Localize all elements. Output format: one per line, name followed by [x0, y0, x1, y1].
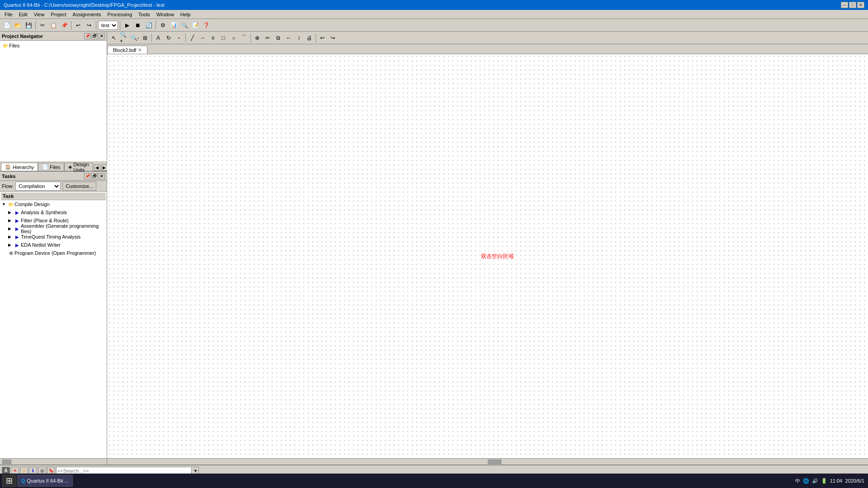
- bsep1: [151, 33, 152, 42]
- flow-select[interactable]: Compilation: [15, 182, 61, 191]
- paste-btn[interactable]: 📌: [59, 20, 69, 30]
- bdf-arrow-btn[interactable]: →: [198, 33, 208, 43]
- copy-btn[interactable]: 📋: [48, 20, 58, 30]
- close-button[interactable]: ✕: [857, 2, 864, 8]
- project-navigator-content: 📁 Files: [0, 41, 107, 161]
- bdf-zoom-in-btn[interactable]: 🔍+: [119, 33, 129, 43]
- bdf-node-btn[interactable]: ▫: [174, 33, 184, 43]
- tab-close-btn[interactable]: ✕: [138, 47, 142, 52]
- menu-assignments[interactable]: Assignments: [70, 11, 104, 18]
- compile-btn[interactable]: ▶: [122, 20, 132, 30]
- sys-icon-volume: 🔊: [812, 478, 818, 484]
- flow-label: Flow:: [2, 183, 14, 189]
- task-program-device[interactable]: ⚙ Program Device (Open Programmer): [1, 249, 106, 257]
- flow-bar: Flow: Compilation Customize...: [0, 181, 107, 192]
- h-scrollbar[interactable]: [107, 458, 868, 465]
- open-btn[interactable]: 📂: [13, 20, 23, 30]
- redo-btn[interactable]: ↪: [84, 20, 94, 30]
- tool4-btn[interactable]: 📝: [190, 20, 200, 30]
- task-assembler[interactable]: ▶ ▶ Assembler (Generate programming file…: [1, 225, 106, 233]
- tab-block2-bdf[interactable]: Block2.bdf ✕: [107, 46, 147, 54]
- files-item[interactable]: 📁 Files: [1, 42, 106, 50]
- menu-processing[interactable]: Processing: [105, 11, 135, 18]
- h-scroll-thumb[interactable]: [488, 460, 501, 464]
- rtl-btn[interactable]: 🔄: [144, 20, 154, 30]
- bdf-rotate-btn[interactable]: ↻: [164, 33, 174, 43]
- bdf-bus-btn[interactable]: ≡: [208, 33, 218, 43]
- bdf-line-btn[interactable]: ╱: [187, 33, 197, 43]
- sep5: [156, 21, 156, 30]
- menu-project[interactable]: Project: [48, 11, 69, 18]
- bdf-circle-btn[interactable]: ○: [229, 33, 239, 43]
- bdf-text-btn[interactable]: A: [153, 33, 163, 43]
- bsep2: [185, 33, 186, 42]
- new-btn[interactable]: 📄: [2, 20, 12, 30]
- task-analysis-synthesis[interactable]: ▶ ▶ Analysis & Synthesis: [1, 208, 106, 216]
- tab-files[interactable]: 📄 Files: [38, 163, 64, 171]
- stop-btn[interactable]: ⏹: [133, 20, 143, 30]
- tasks-restore-btn[interactable]: 🗗: [91, 173, 98, 179]
- analysis-play-icon: ▶: [14, 209, 21, 216]
- bdf-fit-btn[interactable]: ⊞: [140, 33, 150, 43]
- bdf-undo-btn[interactable]: ↩: [317, 33, 327, 43]
- sys-icon-battery: 🔋: [821, 478, 827, 484]
- bdf-rect-btn[interactable]: □: [218, 33, 228, 43]
- task-eda-netlist[interactable]: ▶ ▶ EDA Netlist Writer: [1, 241, 106, 249]
- tool3-btn[interactable]: 🔍: [179, 20, 189, 30]
- tool2-btn[interactable]: 📊: [169, 20, 179, 30]
- bdf-symbol-btn[interactable]: ⊕: [252, 33, 262, 43]
- minimize-button[interactable]: ─: [841, 2, 848, 8]
- cut-btn[interactable]: ✂: [38, 20, 47, 30]
- tasks-tree: Task ▼ 📁 Compile Design ▶ ▶ Analysis & S…: [0, 192, 107, 458]
- nav-restore-btn[interactable]: 🗗: [91, 33, 98, 39]
- timequest-arrow: ▶: [8, 235, 14, 239]
- nav-pin-btn[interactable]: 📌: [84, 33, 90, 39]
- task-header: Task: [1, 192, 106, 200]
- bdf-select-btn[interactable]: ↖: [109, 33, 119, 43]
- bdf-copy-btn[interactable]: ⧉: [273, 33, 283, 43]
- customize-button[interactable]: Customize...: [62, 182, 96, 191]
- bdf-print-btn[interactable]: 🖨: [304, 33, 314, 43]
- bdf-redo-btn[interactable]: ↪: [328, 33, 338, 43]
- canvas-area[interactable]: 双击空白区域: [107, 54, 868, 458]
- bdf-flip-btn[interactable]: ↕: [294, 33, 304, 43]
- bdf-arc-btn[interactable]: ⌒: [239, 33, 249, 43]
- save-btn[interactable]: 💾: [24, 20, 33, 30]
- nav-right-arrow[interactable]: ▶: [101, 164, 108, 171]
- project-select[interactable]: test: [98, 21, 118, 30]
- menu-tools[interactable]: Tools: [136, 11, 153, 18]
- folder-icon: 📁: [2, 42, 9, 49]
- menu-window[interactable]: Window: [154, 11, 177, 18]
- tool5-btn[interactable]: ❓: [201, 20, 211, 30]
- taskbar: ⊞ Q Quartus II 64-Bit ... 中 🌐 🔊 🔋 11:04 …: [0, 474, 868, 488]
- menu-help[interactable]: Help: [178, 11, 193, 18]
- analysis-label: Analysis & Synthesis: [21, 210, 67, 215]
- bdf-zoom-out-btn[interactable]: 🔍-: [130, 33, 140, 43]
- fitter-play-icon: ▶: [14, 217, 21, 224]
- tab-design-units[interactable]: ◈ Design Units: [64, 163, 93, 171]
- nav-left-arrow[interactable]: ◀: [94, 164, 100, 171]
- tasks-pin-btn[interactable]: 📌: [84, 173, 90, 179]
- menu-edit[interactable]: Edit: [16, 11, 30, 18]
- program-gear-icon: ⚙: [7, 249, 14, 257]
- nav-close-btn[interactable]: ✕: [99, 33, 105, 39]
- compile-label: Compile Design: [14, 202, 50, 207]
- design-units-icon: ◈: [68, 164, 72, 170]
- tab-hierarchy[interactable]: 🏠 Hierarchy: [1, 163, 38, 171]
- tasks-close-btn[interactable]: ✕: [99, 173, 105, 179]
- task-compile-design[interactable]: ▼ 📁 Compile Design: [1, 200, 106, 208]
- compile-icon: 📁: [7, 201, 14, 208]
- undo-btn[interactable]: ↩: [73, 20, 83, 30]
- menu-view[interactable]: View: [31, 11, 47, 18]
- project-navigator-header: Project Navigator 📌 🗗 ✕: [0, 32, 107, 41]
- bdf-mirror-btn[interactable]: ↔: [283, 33, 293, 43]
- assembler-label: Assembler (Generate programming files): [21, 223, 105, 234]
- start-button[interactable]: ⊞: [2, 474, 16, 487]
- fitter-label: Fitter (Place & Route): [21, 218, 69, 223]
- bdf-cut-btn[interactable]: ✂: [263, 33, 273, 43]
- maximize-button[interactable]: □: [849, 2, 856, 8]
- tool1-btn[interactable]: ⚙: [158, 20, 168, 30]
- taskbar-app-item[interactable]: Q Quartus II 64-Bit ...: [17, 475, 73, 487]
- menu-file[interactable]: File: [2, 11, 15, 18]
- left-scrollbar[interactable]: [0, 458, 107, 465]
